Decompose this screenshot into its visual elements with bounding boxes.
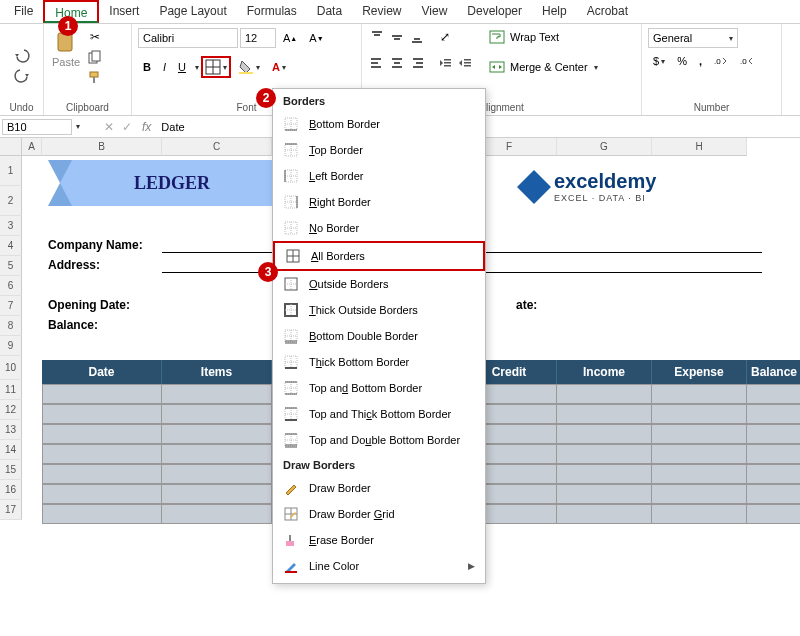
tab-view[interactable]: View — [412, 0, 458, 23]
cut-icon[interactable]: ✂ — [86, 28, 104, 46]
font-color-button[interactable]: A▾ — [267, 58, 291, 76]
row-header[interactable]: 3 — [0, 216, 22, 236]
align-bottom-icon[interactable] — [408, 28, 426, 46]
table-cell[interactable] — [747, 504, 800, 524]
merge-center-button[interactable]: Merge & Center ▾ — [488, 58, 598, 76]
row-header[interactable]: 13 — [0, 420, 22, 440]
menu-item-left-border[interactable]: Left Border — [273, 163, 485, 189]
menu-item-top-and-bottom-border[interactable]: Top and Bottom Border — [273, 375, 485, 401]
tab-review[interactable]: Review — [352, 0, 411, 23]
menu-item-line-color[interactable]: Line Color▶ — [273, 553, 485, 579]
row-header[interactable]: 14 — [0, 440, 22, 460]
italic-button[interactable]: I — [158, 58, 171, 76]
row-header[interactable]: 15 — [0, 460, 22, 480]
table-cell[interactable] — [747, 404, 800, 424]
namebox-caret-icon[interactable]: ▾ — [76, 122, 80, 131]
format-painter-icon[interactable] — [86, 68, 104, 86]
align-top-icon[interactable] — [368, 28, 386, 46]
decrease-indent-icon[interactable] — [436, 54, 454, 72]
table-cell[interactable] — [162, 504, 272, 524]
row-header[interactable]: 6 — [0, 276, 22, 296]
name-box[interactable] — [2, 119, 72, 135]
select-all-corner[interactable] — [0, 138, 22, 156]
wrap-text-button[interactable]: Wrap Text — [488, 28, 598, 46]
menu-item-draw-border-grid[interactable]: Draw Border Grid — [273, 501, 485, 527]
row-header[interactable]: 7 — [0, 296, 22, 316]
tab-page-layout[interactable]: Page Layout — [149, 0, 236, 23]
table-cell[interactable] — [162, 484, 272, 504]
menu-item-top-and-double-bottom-border[interactable]: Top and Double Bottom Border — [273, 427, 485, 453]
table-cell[interactable] — [652, 504, 747, 524]
increase-font-icon[interactable]: A▲ — [278, 29, 302, 47]
font-size-input[interactable] — [240, 28, 276, 48]
menu-item-right-border[interactable]: Right Border — [273, 189, 485, 215]
tab-help[interactable]: Help — [532, 0, 577, 23]
table-cell[interactable] — [42, 384, 162, 404]
cancel-formula-icon[interactable]: ✕ — [104, 120, 114, 134]
table-cell[interactable] — [162, 464, 272, 484]
table-cell[interactable] — [747, 464, 800, 484]
tab-insert[interactable]: Insert — [99, 0, 149, 23]
tab-formulas[interactable]: Formulas — [237, 0, 307, 23]
table-cell[interactable] — [557, 444, 652, 464]
menu-item-thick-outside-borders[interactable]: Thick Outside Borders — [273, 297, 485, 323]
table-cell[interactable] — [652, 404, 747, 424]
col-header[interactable]: H — [652, 138, 747, 156]
comma-icon[interactable]: , — [694, 52, 707, 70]
decrease-decimal-icon[interactable]: .0 — [735, 52, 759, 70]
row-header[interactable]: 16 — [0, 480, 22, 500]
increase-decimal-icon[interactable]: .0 — [709, 52, 733, 70]
align-right-icon[interactable] — [408, 54, 426, 72]
table-cell[interactable] — [42, 504, 162, 524]
enter-formula-icon[interactable]: ✓ — [122, 120, 132, 134]
menu-item-outside-borders[interactable]: Outside Borders — [273, 271, 485, 297]
col-header[interactable]: B — [42, 138, 162, 156]
menu-item-top-border[interactable]: Top Border — [273, 137, 485, 163]
row-header[interactable]: 1 — [0, 156, 22, 186]
currency-icon[interactable]: $▾ — [648, 52, 670, 70]
table-cell[interactable] — [652, 384, 747, 404]
underline-button[interactable]: U — [173, 58, 191, 76]
row-header[interactable]: 4 — [0, 236, 22, 256]
table-cell[interactable] — [557, 504, 652, 524]
table-cell[interactable] — [557, 404, 652, 424]
menu-item-no-border[interactable]: No Border — [273, 215, 485, 241]
row-header[interactable]: 12 — [0, 400, 22, 420]
row-header[interactable]: 17 — [0, 500, 22, 520]
row-header[interactable]: 9 — [0, 336, 22, 356]
underline-caret-icon[interactable]: ▾ — [195, 63, 199, 72]
number-format-select[interactable]: General ▾ — [648, 28, 738, 48]
col-header[interactable]: A — [22, 138, 42, 156]
decrease-font-icon[interactable]: A▼ — [304, 29, 328, 47]
table-cell[interactable] — [747, 384, 800, 404]
table-cell[interactable] — [557, 484, 652, 504]
menu-item-top-and-thick-bottom-border[interactable]: Top and Thick Bottom Border — [273, 401, 485, 427]
menu-item-bottom-border[interactable]: Bottom Border — [273, 111, 485, 137]
row-header[interactable]: 5 — [0, 256, 22, 276]
table-cell[interactable] — [42, 484, 162, 504]
table-cell[interactable] — [162, 384, 272, 404]
table-cell[interactable] — [42, 464, 162, 484]
row-header[interactable]: 11 — [0, 380, 22, 400]
orientation-icon[interactable]: ⤢ — [436, 28, 454, 46]
menu-item-all-borders[interactable]: All Borders — [273, 241, 485, 271]
menu-item-bottom-double-border[interactable]: Bottom Double Border — [273, 323, 485, 349]
font-name-input[interactable] — [138, 28, 238, 48]
formula-text[interactable]: Date — [157, 121, 184, 133]
row-header[interactable]: 2 — [0, 186, 22, 216]
table-cell[interactable] — [42, 404, 162, 424]
table-cell[interactable] — [557, 464, 652, 484]
table-cell[interactable] — [162, 424, 272, 444]
table-cell[interactable] — [162, 404, 272, 424]
table-cell[interactable] — [747, 444, 800, 464]
table-cell[interactable] — [42, 424, 162, 444]
tab-acrobat[interactable]: Acrobat — [577, 0, 638, 23]
row-header[interactable]: 10 — [0, 356, 22, 380]
table-cell[interactable] — [747, 424, 800, 444]
table-cell[interactable] — [162, 444, 272, 464]
fill-color-button[interactable]: ▾ — [233, 56, 265, 78]
increase-indent-icon[interactable] — [456, 54, 474, 72]
fx-icon[interactable]: fx — [142, 120, 151, 134]
table-cell[interactable] — [652, 464, 747, 484]
col-header[interactable]: C — [162, 138, 272, 156]
